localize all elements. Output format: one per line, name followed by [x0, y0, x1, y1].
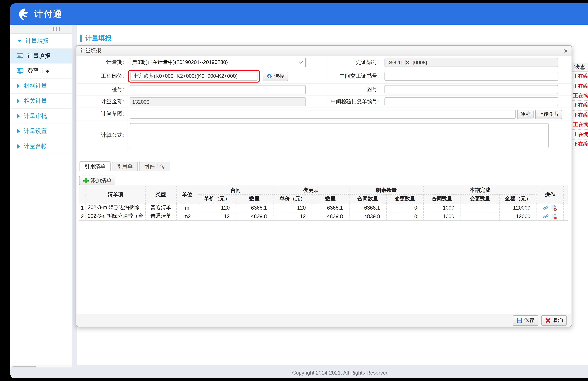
sidebar: 计量填报 计量填报 费率计量 材料计量 相关计量 计量审批 [10, 24, 72, 365]
add-list-button[interactable]: 添加清单 [79, 176, 115, 185]
link-icon[interactable] [543, 213, 549, 219]
col-remaining-group: 剩余数量 [349, 186, 423, 194]
sidebar-group-jiliang-tianbao[interactable]: 计量填报 [10, 34, 72, 49]
inspection-no-field[interactable] [384, 97, 558, 106]
preview-button[interactable]: 预览 [517, 109, 534, 119]
delete-icon[interactable] [551, 213, 557, 219]
dialog-form: 计量期: 第3期(正在计量中)(20190201--20190230) 凭证编号… [76, 56, 571, 150]
upload-image-button[interactable]: 上传图片 [535, 109, 562, 119]
col-changed-group: 变更后 [273, 186, 349, 194]
work-part-highlight: 土方路基(K0+000~K2+000)(K0+000-K2+000) [128, 70, 260, 83]
sidebar-group-jiliang-shenpi[interactable]: 计量审批 [10, 109, 72, 124]
floppy-disk-icon [517, 318, 522, 323]
item-cell: 202-3-n 拆除分隔带（台 [86, 212, 145, 220]
voucher-label: 凭证编号: [327, 56, 382, 69]
period-label: 计量期: [76, 56, 127, 69]
work-part-field[interactable]: 土方路基(K0+000~K2+000)(K0+000-K2+000) [130, 72, 257, 81]
close-icon[interactable]: × [564, 47, 568, 54]
monitor-icon [17, 68, 24, 74]
measurement-entry-dialog: 计量填报 × 计量期: 第3期(正在计量中)(20190201--2019023… [76, 45, 572, 327]
caret-down-icon [17, 40, 22, 42]
app-logo: 计付通 [17, 7, 63, 21]
sidebar-item-jiliang-tianbao[interactable]: 计量填报 [10, 49, 72, 64]
title-accent-bar [80, 34, 82, 42]
formula-textarea[interactable] [130, 123, 549, 148]
drawing-no-field[interactable] [384, 85, 558, 94]
sidebar-group-label: 计量设置 [24, 127, 47, 135]
angle-brackets-icon [267, 73, 272, 79]
sidebar-group-jiliang-shezhi[interactable]: 计量设置 [10, 124, 72, 139]
col-type: 类型 [145, 186, 176, 203]
link-icon[interactable] [543, 205, 549, 211]
cancel-button[interactable]: 取消 [541, 315, 567, 325]
sidebar-item-label: 计量填报 [27, 52, 50, 60]
app-window: 计付通 通知 管理员 计量填报 计量填报 [10, 3, 588, 379]
sidebar-group-label: 计量审批 [24, 112, 47, 120]
select-part-button[interactable]: 选择 [263, 71, 288, 81]
sidebar-group-label: 相关计量 [24, 97, 47, 105]
caret-right-icon [17, 99, 20, 103]
dialog-titlebar[interactable]: 计量填报 × [76, 46, 571, 56]
drawing-no-label: 图号: [327, 84, 382, 95]
col-contract-group: 合同 [198, 186, 273, 194]
voucher-field[interactable]: {SG-1}-{3}-{0008} [384, 58, 558, 67]
inspection-no-label: 中间检验批复单编号: [327, 96, 382, 107]
top-header: 计付通 通知 管理员 [10, 3, 588, 24]
col-actions: 操作 [537, 186, 564, 203]
handover-cert-field[interactable] [384, 72, 558, 81]
dialog-tabbar: 引用清单 引用单 附件上传 [76, 161, 571, 171]
caret-right-icon [17, 129, 20, 133]
stake-label: 桩号: [76, 84, 127, 95]
sidebar-group-jiliang-taizhang[interactable]: 计量台帐 [10, 139, 72, 154]
table-row[interactable]: 2 202-3-n 拆除分隔带（台 普通清单 m2 12 4839.8 12 4… [79, 212, 568, 220]
copyright-footer: Copyright 2014-2021, All Rights Reserved [10, 367, 588, 379]
screen: 计付通 通知 管理员 计量填报 计量填报 [0, 0, 588, 381]
sketch-label: 计算草图: [76, 108, 127, 121]
amount-field[interactable]: 132000 [130, 97, 306, 106]
sidebar-group-label: 计量台帐 [24, 143, 47, 150]
handover-cert-label: 中间交工证书号: [327, 69, 382, 83]
chevron-down-icon [298, 61, 303, 64]
sidebar-group-label: 计量填报 [25, 37, 49, 45]
tab-quote-sheet[interactable]: 引用单 [112, 162, 138, 171]
col-current-group: 本期完成 [423, 186, 537, 194]
sidebar-collapse-handle[interactable] [10, 24, 72, 34]
sidebar-group-cailiao-jiliang[interactable]: 材料计量 [10, 79, 72, 94]
period-select[interactable]: 第3期(正在计量中)(20190201--20190230) [130, 58, 306, 67]
work-part-label: 工程部位: [76, 69, 127, 83]
save-button[interactable]: 保存 [513, 315, 538, 325]
table-row[interactable]: 1 202-3-m 碟形边沟拆除 普通清单 m 120 6368.1 120 6… [79, 203, 568, 212]
stake-field[interactable] [130, 85, 306, 94]
sidebar-group-xiangguan-jiliang[interactable]: 相关计量 [10, 94, 72, 109]
col-unit: 单位 [176, 186, 198, 203]
logo-swirl-icon [17, 7, 30, 21]
app-title: 计付通 [34, 8, 63, 20]
item-cell: 202-3-m 碟形边沟拆除 [86, 203, 145, 212]
sidebar-group-label: 材料计量 [24, 82, 47, 90]
delete-icon[interactable] [551, 205, 557, 211]
tab-quote-list[interactable]: 引用清单 [80, 161, 110, 171]
amount-label: 计量金额: [76, 96, 127, 107]
formula-label: 计算公式: [76, 121, 127, 150]
monitor-icon [17, 53, 24, 59]
red-x-icon [545, 318, 551, 323]
dialog-footer: 保存 取消 [76, 314, 571, 327]
plus-icon [83, 178, 89, 184]
sidebar-item-label: 费率计量 [27, 67, 50, 75]
quote-list-table: 清单项 类型 单位 合同 变更后 剩余数量 本期完成 操作 单价（元） 数量 单… [79, 186, 568, 221]
dialog-title: 计量填报 [80, 47, 101, 54]
sidebar-item-feilv-jiliang[interactable]: 费率计量 [10, 64, 72, 79]
tab-attachment-upload[interactable]: 附件上传 [139, 162, 170, 171]
caret-right-icon [17, 84, 20, 88]
page-title: 计量填报 [80, 34, 111, 42]
caret-right-icon [17, 144, 20, 149]
sketch-field[interactable] [130, 110, 516, 119]
col-item: 清单项 [86, 186, 145, 203]
table-group-header-row: 清单项 类型 单位 合同 变更后 剩余数量 本期完成 操作 [79, 186, 568, 194]
caret-right-icon [17, 114, 20, 118]
